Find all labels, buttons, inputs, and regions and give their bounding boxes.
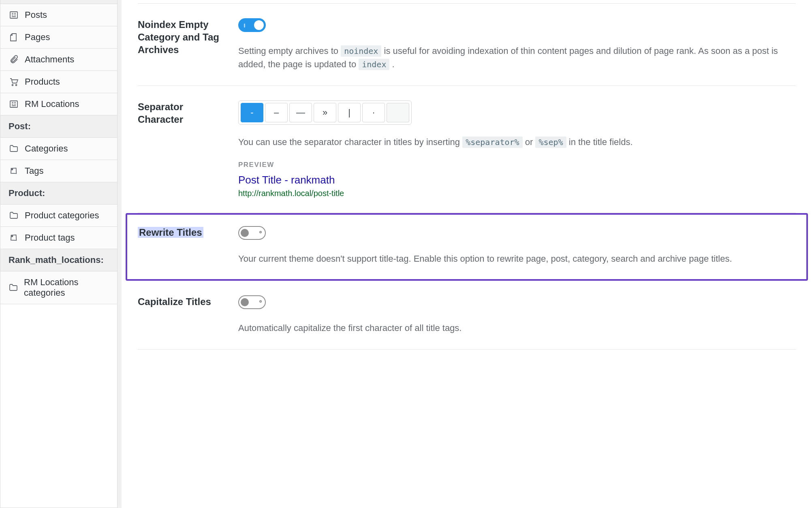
svg-rect-0: [10, 12, 17, 18]
setting-description: Setting empty archives to noindex is use…: [238, 44, 796, 71]
sidebar-item-label: Pages: [25, 32, 50, 43]
posts-icon: [9, 10, 19, 20]
sidebar-top-spacer: [0, 0, 117, 4]
sidebar-item-label: Products: [25, 77, 60, 87]
code-sep: %sep%: [535, 137, 566, 148]
setting-label: Noindex Empty Category and Tag Archives: [138, 18, 238, 56]
setting-description: Automatically capitalize the first chara…: [238, 321, 796, 335]
sidebar-item-tags[interactable]: Tags: [0, 160, 117, 182]
setting-label: Capitalize Titles: [138, 295, 238, 308]
svg-point-7: [16, 85, 17, 86]
separator-option-middot[interactable]: ·: [362, 103, 385, 122]
sidebar-item-product-categories[interactable]: Product categories: [0, 205, 117, 227]
separator-option-endash[interactable]: –: [265, 103, 288, 122]
separator-option-hyphen[interactable]: -: [241, 103, 263, 122]
sidebar-item-products[interactable]: Products: [0, 71, 117, 93]
sidebar-item-posts[interactable]: Posts: [0, 4, 117, 26]
sidebar-item-label: Attachments: [25, 54, 74, 65]
separator-option-pipe[interactable]: |: [338, 103, 361, 122]
separator-option-custom[interactable]: [387, 103, 409, 122]
sidebar-item-label: RM Locations: [25, 99, 79, 109]
svg-point-14: [12, 169, 13, 170]
setting-rewrite-titles: Rewrite Titles Your current theme doesn'…: [138, 226, 796, 265]
sidebar-item-pages[interactable]: Pages: [0, 26, 117, 49]
setting-description: You can use the separator character in t…: [238, 135, 796, 149]
folder-icon: [9, 210, 19, 221]
separator-option-raquo[interactable]: »: [314, 103, 336, 122]
sidebar-section-product: Product:: [0, 182, 117, 205]
preview-heading: PREVIEW: [238, 161, 796, 169]
tag-icon: [9, 233, 19, 243]
main-settings: Noindex Empty Category and Tag Archives …: [122, 0, 812, 508]
svg-rect-8: [10, 101, 17, 107]
sidebar-item-categories[interactable]: Categories: [0, 138, 117, 160]
folder-icon: [9, 282, 18, 293]
setting-noindex-archives: Noindex Empty Category and Tag Archives …: [138, 3, 796, 86]
setting-capitalize-titles: Capitalize Titles Automatically capitali…: [138, 281, 796, 350]
sidebar-section-rank-math-locations: Rank_math_locations:: [0, 249, 117, 271]
toggle-rewrite-titles[interactable]: [238, 226, 266, 240]
sidebar-item-label: Product tags: [25, 233, 75, 243]
code-noindex: noindex: [341, 45, 381, 57]
svg-point-6: [12, 85, 13, 86]
separator-buttons: - – — » | ·: [238, 100, 412, 125]
highlight-rewrite-titles: Rewrite Titles Your current theme doesn'…: [126, 213, 808, 281]
sidebar: Posts Pages Attachments Products RM Loca…: [0, 0, 118, 508]
preview-url: http://rankmath.local/post-title: [238, 189, 796, 198]
pages-icon: [9, 32, 19, 43]
sidebar-item-rm-locations[interactable]: RM Locations: [0, 93, 117, 115]
code-separator: %separator%: [462, 137, 522, 148]
svg-point-15: [12, 236, 13, 237]
sidebar-item-label: Product categories: [25, 210, 99, 221]
setting-label: Rewrite Titles: [138, 226, 238, 239]
sidebar-item-label: Tags: [25, 166, 43, 176]
attachments-icon: [9, 54, 19, 65]
sidebar-item-product-tags[interactable]: Product tags: [0, 227, 117, 249]
setting-description: Your current theme doesn't support title…: [238, 252, 796, 265]
code-index: index: [359, 59, 389, 70]
posts-icon: [9, 99, 19, 109]
folder-icon: [9, 143, 19, 154]
sidebar-item-rm-locations-categories[interactable]: RM Locations categories: [0, 271, 117, 304]
sidebar-item-label: Categories: [25, 143, 68, 154]
tag-icon: [9, 166, 19, 176]
toggle-capitalize-titles[interactable]: [238, 295, 266, 309]
cart-icon: [9, 77, 19, 87]
setting-separator-character: Separator Character - – — » | · You can …: [138, 86, 796, 213]
separator-option-emdash[interactable]: —: [289, 103, 312, 122]
setting-label: Separator Character: [138, 100, 238, 126]
sidebar-item-label: RM Locations categories: [24, 277, 109, 298]
toggle-noindex[interactable]: [238, 18, 266, 32]
sidebar-section-post: Post:: [0, 115, 117, 138]
preview-title: Post Title - rankmath: [238, 174, 796, 186]
sidebar-item-label: Posts: [25, 10, 47, 20]
sidebar-item-attachments[interactable]: Attachments: [0, 49, 117, 71]
